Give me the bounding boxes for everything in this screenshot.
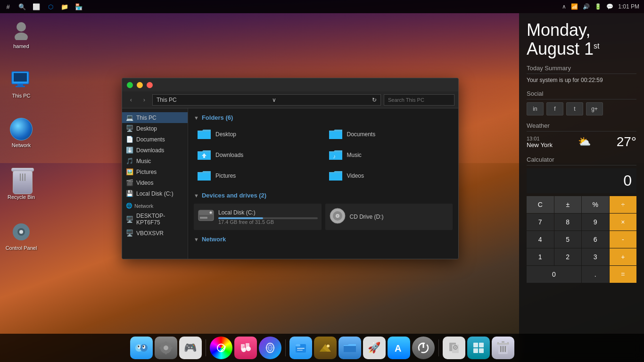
taskbar-icon-search[interactable]: 🔍 (18, 2, 26, 11)
address-refresh[interactable]: ↻ (372, 97, 377, 103)
calc-btn-multiply[interactable]: × (610, 214, 637, 230)
folder-pictures[interactable]: Pictures (194, 167, 322, 184)
dock-folder[interactable] (339, 337, 361, 359)
taskbar-icon-edge[interactable]: ⬡ (46, 2, 55, 11)
dock-trash[interactable] (492, 337, 514, 359)
dock-power[interactable] (412, 337, 435, 359)
dock-rocket[interactable]: 🚀 (363, 337, 386, 359)
sidebar-item-music[interactable]: 🎵 Music (122, 156, 188, 166)
folder-videos[interactable]: Videos (325, 167, 453, 184)
desktop-icon-control-panel[interactable]: Control Panel (5, 221, 38, 251)
sidebar-item-desktop-kpt[interactable]: 🖥️ DESKTOP-KPT6F75 (122, 211, 188, 228)
folder-documents-name: Documents (347, 131, 376, 138)
local-disk-sidebar-icon: 💾 (126, 190, 133, 197)
social-linkedin[interactable]: in (527, 102, 544, 115)
calc-btn-percent[interactable]: % (582, 196, 609, 213)
calc-btn-dot[interactable]: . (582, 266, 609, 283)
dock-safari[interactable] (210, 337, 232, 359)
sidebar-item-videos[interactable]: 🎬 Videos (122, 177, 188, 188)
taskbar-icon-window[interactable]: ⬜ (32, 2, 41, 11)
folders-collapse-arrow[interactable]: ▼ (194, 115, 199, 121)
dock-divider-3 (438, 339, 439, 356)
calc-btn-divide[interactable]: ÷ (610, 196, 637, 213)
folder-pictures-icon (197, 169, 212, 182)
svg-rect-59 (502, 341, 504, 343)
taskbar-icon-folder[interactable]: 📁 (60, 2, 69, 11)
calc-btn-equals[interactable]: = (610, 266, 637, 283)
calc-btn-0[interactable]: 0 (527, 266, 581, 283)
dock-mosaic[interactable] (467, 337, 490, 359)
desktop-icon-this-pc[interactable]: This PC (5, 68, 38, 99)
window-close-btn[interactable] (147, 82, 153, 88)
sidebar-item-desktop[interactable]: 🖥️ Desktop (122, 123, 188, 134)
calc-btn-8[interactable]: 8 (554, 214, 582, 230)
drives-collapse-arrow[interactable]: ▼ (194, 193, 199, 198)
nav-back-btn[interactable]: ‹ (126, 95, 136, 105)
calc-btn-1[interactable]: 1 (527, 248, 554, 265)
folders-section-title: Folders (6) (202, 114, 233, 121)
dock-preview[interactable] (443, 337, 465, 359)
recycle-bin-icon (10, 170, 33, 192)
dock-system-prefs[interactable] (155, 337, 177, 359)
window-maximize-btn[interactable] (127, 82, 133, 88)
svg-point-8 (19, 230, 23, 234)
calc-btn-4[interactable]: 4 (527, 231, 554, 248)
sidebar-item-this-pc[interactable]: 💻 This PC (122, 112, 188, 123)
calc-btn-5[interactable]: 5 (554, 231, 582, 248)
dock-siri[interactable] (259, 337, 281, 359)
desktop-icon-hamed[interactable]: hamed (5, 19, 38, 49)
svg-point-23 (138, 346, 139, 347)
drive-cd-d[interactable]: CD Drive (D:) (325, 204, 453, 230)
calc-btn-plus[interactable]: + (610, 248, 637, 265)
today-summary-title: Today Summary (527, 65, 636, 74)
address-bar[interactable]: This PC ∨ ↻ (152, 94, 381, 106)
folder-documents[interactable]: Documents (325, 126, 453, 143)
window-minimize-btn[interactable] (137, 82, 143, 88)
sidebar-item-documents[interactable]: 📄 Documents (122, 134, 188, 145)
weather-cloud-icon: ⛅ (578, 136, 591, 148)
calc-btn-6[interactable]: 6 (582, 231, 609, 248)
svg-rect-33 (246, 343, 249, 349)
desktop-icon-network[interactable]: Network (5, 118, 38, 148)
calc-btn-2[interactable]: 2 (554, 248, 582, 265)
dock-app-store[interactable]: A (388, 337, 410, 359)
sidebar-local-disk-label: Local Disk (C:) (136, 190, 173, 197)
folder-desktop[interactable]: Desktop (194, 126, 322, 143)
panel-superscript: st (594, 42, 599, 50)
svg-point-1 (15, 33, 28, 40)
dock-photos[interactable] (314, 337, 337, 359)
taskbar-icon-store[interactable]: 🏪 (74, 2, 83, 11)
social-twitter[interactable]: t (566, 102, 583, 115)
calc-btn-3[interactable]: 3 (582, 248, 609, 265)
dock-game-center[interactable]: 🎮 (179, 337, 202, 359)
desktop-icon-recycle-bin[interactable]: Recycle Bin (5, 170, 38, 200)
folder-music[interactable]: ♪ Music (325, 147, 453, 164)
folder-downloads[interactable]: Downloads (194, 147, 322, 164)
calc-btn-7[interactable]: 7 (527, 214, 554, 230)
sidebar-item-downloads[interactable]: ⬇️ Downloads (122, 145, 188, 156)
drive-local-c[interactable]: Local Disk (C:) 17.4 GB free of 31.5 GB (194, 204, 322, 230)
dock-files[interactable] (289, 337, 312, 359)
network-collapse-arrow[interactable]: ▼ (194, 237, 199, 242)
social-facebook[interactable]: f (546, 102, 563, 115)
svg-rect-63 (500, 346, 502, 352)
social-googleplus[interactable]: g+ (586, 102, 603, 115)
vboxsvr-icon: 🖥️ (126, 230, 133, 237)
taskbar-bottom: 🎮 ♪ (0, 334, 644, 362)
search-input[interactable] (384, 94, 454, 106)
this-pc-icon (10, 68, 33, 91)
nav-forward-btn[interactable]: › (139, 95, 149, 105)
sidebar-item-pictures[interactable]: 🖼️ Pictures (122, 166, 188, 177)
folder-downloads-name: Downloads (215, 152, 243, 158)
calc-btn-9[interactable]: 9 (582, 214, 609, 230)
sidebar-item-vboxsvr[interactable]: 🖥️ VBOXSVR (122, 228, 188, 239)
taskbar-icon-hashtag[interactable]: # (4, 2, 12, 11)
sidebar-item-local-disk[interactable]: 💾 Local Disk (C:) (122, 188, 188, 199)
dock-itunes[interactable]: ♪ (234, 337, 257, 359)
calc-btn-c[interactable]: C (527, 196, 554, 213)
calc-btn-minus[interactable]: - (610, 231, 637, 248)
svg-point-18 (337, 215, 339, 217)
folder-desktop-name: Desktop (215, 131, 236, 138)
dock-finder[interactable] (130, 337, 153, 359)
calc-btn-plusminus[interactable]: ± (554, 196, 582, 213)
